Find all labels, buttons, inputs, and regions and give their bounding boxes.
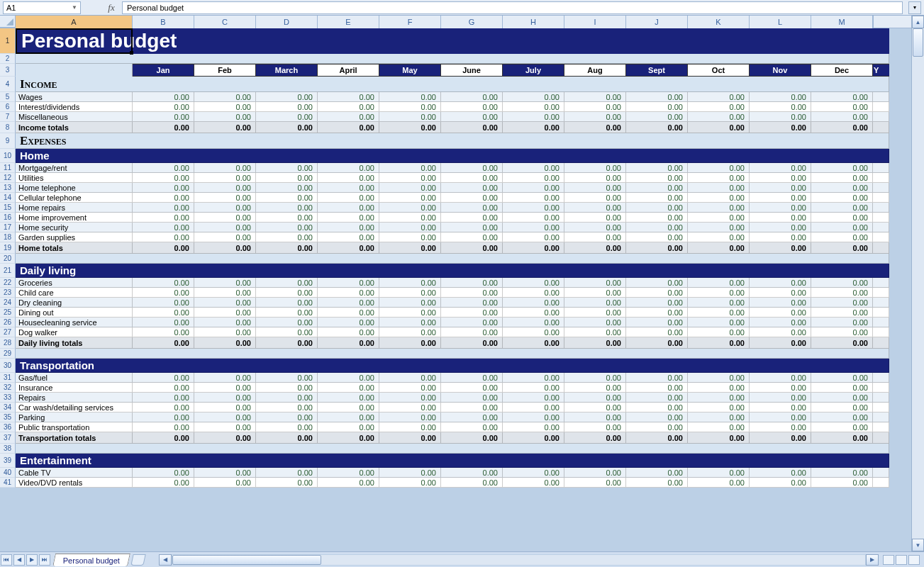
- data-cell[interactable]: 0.00: [503, 468, 564, 478]
- data-cell[interactable]: 0.00: [503, 412, 564, 422]
- data-cell[interactable]: 0.00: [626, 92, 688, 102]
- data-cell[interactable]: 0.00: [750, 318, 811, 327]
- data-cell[interactable]: 0.00: [256, 308, 318, 318]
- data-cell[interactable]: 0.00: [750, 478, 811, 488]
- data-cell[interactable]: 0.00: [441, 232, 503, 242]
- data-cell[interactable]: 0.00: [133, 422, 194, 432]
- data-cell[interactable]: 0.00: [318, 373, 379, 383]
- row-label[interactable]: Home improvement: [16, 213, 133, 223]
- data-cell[interactable]: 0.00: [750, 242, 811, 254]
- data-cell[interactable]: 0.00: [503, 193, 564, 203]
- data-cell[interactable]: 0.00: [811, 102, 873, 112]
- data-cell[interactable]: 0.00: [133, 173, 194, 183]
- data-cell[interactable]: 0.00: [750, 278, 811, 288]
- data-cell[interactable]: 0.00: [626, 213, 688, 223]
- data-cell[interactable]: 0.00: [194, 223, 256, 232]
- data-cell-trail[interactable]: [873, 308, 889, 318]
- row-label[interactable]: Home totals: [16, 242, 133, 254]
- data-cell[interactable]: 0.00: [564, 337, 626, 349]
- vertical-scrollbar[interactable]: ▲ ▼: [911, 16, 924, 551]
- row-label[interactable]: Dog walker: [16, 327, 133, 337]
- group-header-entertain[interactable]: Entertainment: [16, 454, 889, 468]
- new-sheet-button[interactable]: [130, 554, 145, 566]
- data-cell[interactable]: 0.00: [503, 478, 564, 488]
- data-cell[interactable]: 0.00: [626, 112, 688, 122]
- row-label[interactable]: Utilities: [16, 173, 133, 183]
- data-cell[interactable]: 0.00: [626, 468, 688, 478]
- page-title[interactable]: Personal budget: [16, 28, 889, 54]
- data-cell[interactable]: 0.00: [256, 432, 318, 444]
- row-header-21[interactable]: 21: [0, 264, 16, 278]
- column-header-A[interactable]: A: [16, 16, 133, 28]
- data-cell[interactable]: 0.00: [503, 422, 564, 432]
- month-header-june[interactable]: June: [441, 64, 503, 77]
- data-cell[interactable]: 0.00: [688, 327, 750, 337]
- data-cell[interactable]: 0.00: [564, 468, 626, 478]
- row-label[interactable]: Income totals: [16, 122, 133, 133]
- data-cell[interactable]: 0.00: [564, 173, 626, 183]
- data-cell[interactable]: 0.00: [441, 183, 503, 193]
- data-cell[interactable]: 0.00: [379, 242, 441, 254]
- horizontal-scrollbar[interactable]: ◀ ▶: [159, 554, 879, 566]
- data-cell[interactable]: 0.00: [626, 173, 688, 183]
- data-cell[interactable]: 0.00: [441, 193, 503, 203]
- row-header-34[interactable]: 34: [0, 403, 16, 412]
- fx-icon[interactable]: fx: [104, 2, 119, 13]
- row-header-8[interactable]: 8: [0, 122, 16, 133]
- column-header-M[interactable]: M: [811, 16, 873, 28]
- row-label[interactable]: Car wash/detailing services: [16, 403, 133, 412]
- data-cell[interactable]: 0.00: [750, 122, 811, 133]
- row-header-13[interactable]: 13: [0, 183, 16, 193]
- data-cell[interactable]: 0.00: [811, 173, 873, 183]
- data-cell[interactable]: 0.00: [564, 213, 626, 223]
- column-header-J[interactable]: J: [626, 16, 688, 28]
- data-cell[interactable]: 0.00: [503, 223, 564, 232]
- data-cell[interactable]: 0.00: [194, 122, 256, 133]
- data-cell[interactable]: 0.00: [750, 422, 811, 432]
- data-cell[interactable]: 0.00: [256, 213, 318, 223]
- data-cell[interactable]: 0.00: [811, 183, 873, 193]
- row-header-10[interactable]: 10: [0, 149, 16, 163]
- data-cell[interactable]: 0.00: [256, 412, 318, 422]
- data-cell[interactable]: 0.00: [318, 337, 379, 349]
- data-cell[interactable]: 0.00: [379, 308, 441, 318]
- data-cell[interactable]: 0.00: [688, 383, 750, 393]
- data-cell[interactable]: 0.00: [379, 92, 441, 102]
- data-cell[interactable]: 0.00: [256, 232, 318, 242]
- data-cell[interactable]: 0.00: [811, 373, 873, 383]
- data-cell[interactable]: 0.00: [564, 122, 626, 133]
- section-expenses[interactable]: Expenses: [16, 133, 889, 149]
- data-cell[interactable]: 0.00: [256, 468, 318, 478]
- data-cell[interactable]: 0.00: [194, 183, 256, 193]
- data-cell[interactable]: 0.00: [194, 403, 256, 412]
- data-cell[interactable]: 0.00: [750, 232, 811, 242]
- data-cell[interactable]: 0.00: [441, 308, 503, 318]
- row-label[interactable]: Cable TV: [16, 468, 133, 478]
- data-cell[interactable]: 0.00: [256, 337, 318, 349]
- data-cell[interactable]: 0.00: [564, 308, 626, 318]
- data-cell[interactable]: 0.00: [194, 308, 256, 318]
- grid-body[interactable]: 1Personal budget23JanFebMarchAprilMayJun…: [0, 28, 911, 488]
- data-cell[interactable]: 0.00: [441, 478, 503, 488]
- data-cell[interactable]: 0.00: [626, 412, 688, 422]
- data-cell[interactable]: 0.00: [256, 163, 318, 173]
- data-cell[interactable]: 0.00: [133, 432, 194, 444]
- data-cell[interactable]: 0.00: [750, 173, 811, 183]
- month-header-dec[interactable]: Dec: [811, 64, 873, 77]
- data-cell-trail[interactable]: [873, 383, 889, 393]
- data-cell[interactable]: 0.00: [503, 288, 564, 298]
- data-cell[interactable]: 0.00: [626, 223, 688, 232]
- data-cell[interactable]: 0.00: [194, 478, 256, 488]
- data-cell[interactable]: 0.00: [379, 163, 441, 173]
- data-cell[interactable]: 0.00: [318, 242, 379, 254]
- data-cell[interactable]: 0.00: [379, 173, 441, 183]
- month-header-blank[interactable]: [16, 64, 133, 77]
- data-cell[interactable]: 0.00: [688, 173, 750, 183]
- data-cell[interactable]: 0.00: [256, 383, 318, 393]
- data-cell-trail[interactable]: [873, 337, 889, 349]
- data-cell[interactable]: 0.00: [688, 337, 750, 349]
- data-cell[interactable]: 0.00: [564, 242, 626, 254]
- data-cell[interactable]: 0.00: [194, 173, 256, 183]
- data-cell[interactable]: 0.00: [194, 383, 256, 393]
- data-cell[interactable]: 0.00: [379, 422, 441, 432]
